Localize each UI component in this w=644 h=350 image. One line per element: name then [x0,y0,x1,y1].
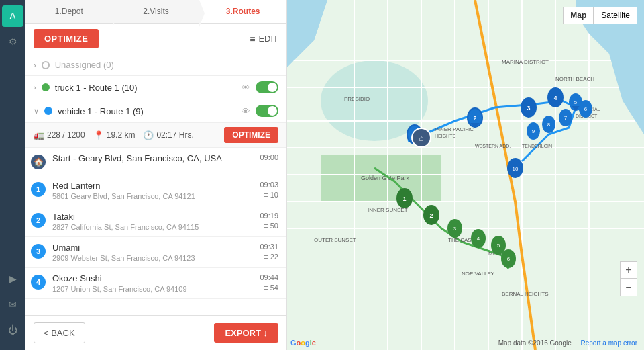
vehicle1-eye-icon[interactable]: 👁 [241,106,250,116]
step-visits[interactable]: 2.Visits [113,0,200,23]
map-attribution-text: Map data ©2016 Google [498,339,572,347]
svg-text:THE CASTRO: THE CASTRO [448,237,483,243]
sidebar-play[interactable]: ▶ [2,268,23,290]
main-panel: 1.Depot 2.Visits 3.Routes OPTIMIZE ≡ EDI… [25,0,287,350]
time-value: 02:17 Hrs. [156,130,193,140]
unassigned-header[interactable]: › Unassigned (0) [25,54,286,76]
svg-text:2: 2 [429,212,433,219]
stop-item-4-wrap: 4 Okoze Sushi 1207 Union St, San Francis… [25,268,286,299]
stop-home-time: 09:00 [260,153,278,161]
stop-4-time: 09:44 [260,273,278,281]
unassigned-label: Unassigned (0) [55,60,114,70]
play-icon: ▶ [9,273,17,284]
time-stat: 🕐 02:17 Hrs. [143,130,193,140]
svg-marker-1 [287,0,644,350]
svg-point-76 [507,158,523,178]
svg-marker-50 [572,106,580,111]
stop-4-load: ≡ 54 [264,283,278,292]
svg-text:4: 4 [477,236,480,242]
svg-point-35 [407,124,423,144]
routes-list: › Unassigned (0) › truck 1 - Route 1 (10… [25,54,286,315]
stop-4-num: 4 [31,275,46,290]
gear-icon: ⚙ [9,36,17,47]
truck1-toggle[interactable] [256,81,278,93]
sidebar-chat[interactable]: ✉ [2,294,23,315]
map-type-satellite[interactable]: Satellite [594,7,637,24]
stop-item-3-wrap: 3 Umami 2909 Webster St, San Francisco, … [25,237,286,268]
svg-text:1: 1 [402,195,406,202]
map-area[interactable]: Golden Gate Park PRESIDIO [287,0,644,350]
svg-text:NOE VALLEY: NOE VALLEY [462,271,495,277]
svg-point-56 [542,116,555,133]
stop-2-meta: 09:19 ≡ 50 [260,212,278,230]
sidebar: A ⚙ ▶ ✉ ⏻ [0,0,25,350]
edit-button[interactable]: ≡ EDIT [250,34,278,44]
svg-marker-44 [524,113,533,118]
svg-marker-37 [410,140,419,144]
map-type-map[interactable]: Map [563,7,594,24]
svg-text:OUTER SUNSET: OUTER SUNSET [314,237,356,243]
stop-4-load-val: 54 [270,283,278,292]
load-icon-2: ≡ [264,222,268,230]
report-error-link[interactable]: Report a map error [581,339,637,347]
svg-text:7: 7 [564,115,568,121]
chat-icon: ✉ [9,299,17,310]
svg-point-40 [468,109,482,126]
distance-value: 19.2 km [107,130,136,140]
step-routes[interactable]: 3.Routes [199,0,286,23]
chevron-down-vehicle1-icon: ∨ [34,107,39,116]
optimize-button[interactable]: OPTIMIZE [34,29,99,48]
svg-point-65 [423,205,439,225]
stop-4-addr: 1207 Union St, San Francisco, CA 94109 [52,285,260,293]
stop-2-info: Tataki 2827 California St, San Francisco… [52,212,260,231]
svg-point-36 [408,126,421,143]
stop-3-time: 09:31 [260,243,278,251]
truck1-header[interactable]: › truck 1 - Route 1 (10) 👁 [25,76,286,99]
stop-item-1: 1 Red Lantern 5801 Geary Blvd, San Franc… [25,175,286,206]
sidebar-gear[interactable]: ⚙ [2,31,23,52]
export-button[interactable]: EXPORT ↓ [214,323,278,343]
time-icon: 🕐 [143,130,154,140]
step-depot-label: 1.Depot [55,7,83,16]
zoom-out-button[interactable]: − [620,279,637,296]
svg-text:MARINA DISTRICT: MARINA DISTRICT [502,59,549,65]
step-visits-label: 2.Visits [143,7,168,16]
stop-item-4: 4 Okoze Sushi 1207 Union St, San Francis… [25,268,286,299]
vehicle1-toggle[interactable] [256,105,278,117]
svg-text:10: 10 [513,166,519,172]
load-icon-3: ≡ [264,253,268,261]
vehicle1-stats: 🚛 228 / 1200 📍 19.2 km 🕐 02:17 Hrs. OPTI… [25,123,286,148]
stop-home-meta: 09:00 [260,153,278,161]
truck1-dot [42,83,50,91]
svg-point-60 [412,128,431,147]
map-svg: Golden Gate Park PRESIDIO [287,0,644,350]
stop-2-time: 09:19 [260,212,278,220]
google-logo: Google [290,339,316,347]
svg-text:INNER SUNSET: INNER SUNSET [368,207,408,213]
zoom-in-button[interactable]: + [620,261,637,279]
svg-text:3: 3 [527,105,530,112]
stop-item-2-wrap: 2 Tataki 2827 California St, San Francis… [25,206,286,237]
load-icon-1: ≡ [264,191,268,199]
back-button[interactable]: < BACK [34,322,85,343]
vehicle1-header[interactable]: ∨ vehicle 1 - Route 1 (9) 👁 [25,99,286,123]
stop-2-load: ≡ 50 [264,222,278,230]
svg-rect-0 [287,0,644,350]
stop-4-info: Okoze Sushi 1207 Union St, San Francisco… [52,273,260,293]
stop-item-home-wrap: 🏠 Start - Geary Blvd, San Francisco, CA,… [25,148,286,175]
svg-text:DISTRICT: DISTRICT [576,114,598,118]
truck1-eye-icon[interactable]: 👁 [241,83,250,93]
sidebar-logo[interactable]: A [2,5,23,27]
vehicle1-optimize-button[interactable]: OPTIMIZE [224,127,278,143]
step-depot[interactable]: 1.Depot [25,0,113,23]
logo-icon: A [9,11,15,21]
svg-text:PRESIDIO: PRESIDIO [344,96,370,102]
svg-point-70 [471,229,486,248]
svg-text:3: 3 [453,226,457,232]
svg-text:1: 1 [413,132,416,138]
svg-text:FINANCIAL: FINANCIAL [576,107,600,112]
sidebar-power[interactable]: ⏻ [2,319,23,341]
svg-text:4: 4 [553,95,557,101]
stop-3-num: 3 [31,244,46,259]
bottom-nav: < BACK EXPORT ↓ [25,315,286,350]
